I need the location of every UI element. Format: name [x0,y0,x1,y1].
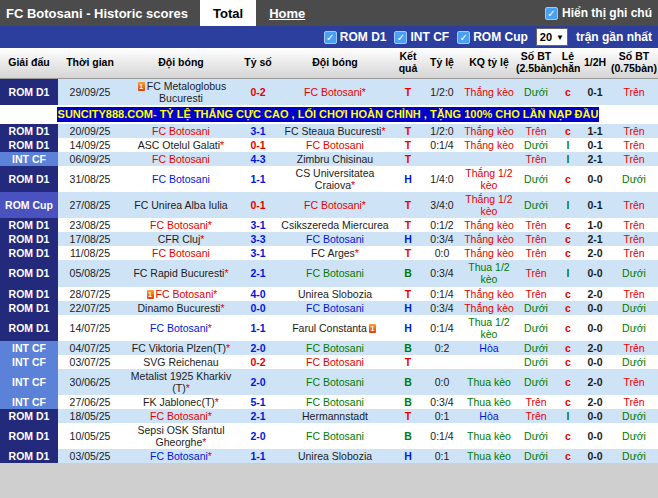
away-team[interactable]: Zimbru Chisinau [276,152,394,166]
home-team[interactable]: 1FC Metaloglobus Bucuresti [122,79,240,106]
tab-total[interactable]: Total [200,0,256,26]
away-team[interactable]: FC Botosani [276,138,394,152]
checkbox-checked-icon[interactable]: ✓ [457,31,470,44]
column-header: Kết quả [394,48,422,79]
team-name: Sepsi OSK Sfantul Gheorghe [138,424,225,448]
away-team[interactable]: FC Botosani [276,260,394,286]
team-name: FC Botosani [306,233,364,245]
home-team[interactable]: FC Botosani [122,152,240,166]
final-score: 0-0 [240,301,276,315]
league-badge[interactable]: ROM D1 [0,166,58,192]
away-team[interactable]: FC Arges* [276,246,394,260]
half-time-score: 2-1 [580,152,610,166]
league-badge[interactable]: ROM D1 [0,218,58,232]
filter-rom-d1[interactable]: ✓ROM D1 [324,30,387,44]
home-team[interactable]: SVG Reichenau [122,355,240,369]
league-badge[interactable]: ROM D1 [0,232,58,246]
league-badge[interactable]: ROM D1 [0,287,58,301]
home-team[interactable]: FC Unirea Alba Iulia [122,192,240,218]
league-badge[interactable]: ROM D1 [0,423,58,449]
away-team[interactable]: FC Botosani [276,341,394,355]
header-row: Giải đấuThời gianĐội bóngTỷ sốĐội bóngKế… [0,48,658,79]
half-time-score: 2-0 [580,369,610,395]
away-team[interactable]: Unirea Slobozia [276,449,394,463]
league-badge[interactable]: ROM D1 [0,449,58,463]
home-team[interactable]: FC Botosani* [122,409,240,423]
home-team[interactable]: Metalist 1925 Kharkiv (T)* [122,369,240,395]
league-badge[interactable]: INT CF [0,152,58,166]
team-name: FC Botosani [152,173,210,185]
team-name: FK Jablonec(T) [143,396,215,408]
league-badge[interactable]: INT CF [0,355,58,369]
league-badge[interactable]: INT CF [0,341,58,355]
handicap-result: Thua kèo [462,369,516,395]
half-time-score: 0-0 [580,409,610,423]
final-score: 0-1 [240,192,276,218]
over-under-2-5: Trên [516,395,556,409]
league-badge[interactable]: ROM D1 [0,315,58,341]
home-team[interactable]: FC Botosani* [122,449,240,463]
league-badge[interactable]: ROM D1 [0,79,58,106]
away-team[interactable]: CS Universitatea Craiova* [276,166,394,192]
handicap-odds: 0:1/4 [422,423,462,449]
away-team[interactable]: Unirea Slobozia [276,287,394,301]
promo-banner[interactable]: SUNCITY888.COM- TỶ LỆ THẮNG CỰC CAO , LỐ… [57,107,599,122]
home-team[interactable]: FC Botosani [122,246,240,260]
home-team[interactable]: FC Botosani [122,166,240,192]
away-team[interactable]: Hermannstadt [276,409,394,423]
league-badge[interactable]: ROM D1 [0,246,58,260]
away-team[interactable]: FC Botosani [276,395,394,409]
card-icon: 1 [147,290,154,299]
league-badge[interactable]: ROM D1 [0,138,58,152]
home-team[interactable]: FC Rapid Bucuresti* [122,260,240,286]
away-team[interactable]: FC Botosani [276,423,394,449]
handicap-odds: 0:1/4 [422,287,462,301]
home-team[interactable]: FC Botosani* [122,218,240,232]
home-team[interactable]: ASC Otelul Galati* [122,138,240,152]
tab-home[interactable]: Home [256,0,318,26]
away-team[interactable]: FC Botosani [276,232,394,246]
team-name: FC Botosani [150,322,208,334]
filter-int-cf[interactable]: ✓INT CF [394,30,449,44]
away-team[interactable]: Farul Constanta1 [276,315,394,341]
away-team[interactable]: Csikszereda Miercurea [276,218,394,232]
away-team[interactable]: FC Botosani [276,355,394,369]
home-team[interactable]: FC Botosani* [122,315,240,341]
checkbox-checked-icon[interactable]: ✓ [324,31,337,44]
result-letter: B [394,369,422,395]
result-letter: B [394,395,422,409]
checkbox-checked-icon[interactable]: ✓ [545,7,558,20]
home-team[interactable]: Dinamo Bucuresti* [122,301,240,315]
away-team[interactable]: FC Botosani [276,369,394,395]
home-team[interactable]: 1FC Botosani* [122,287,240,301]
final-score: 2-1 [240,260,276,286]
league-badge[interactable]: ROM D1 [0,124,58,138]
home-team[interactable]: FC Viktoria Plzen(T)* [122,341,240,355]
show-notes-toggle[interactable]: ✓ Hiển thị ghi chú [545,0,658,26]
handicap-odds [422,355,462,369]
home-team[interactable]: FC Botosani [122,124,240,138]
league-badge[interactable]: ROM D1 [0,260,58,286]
home-team[interactable]: FK Jablonec(T)* [122,395,240,409]
recent-count-select[interactable]: 20 ▼ [536,28,568,46]
league-badge[interactable]: INT CF [0,369,58,395]
league-badge[interactable]: ROM Cup [0,192,58,218]
home-team[interactable]: Sepsi OSK Sfantul Gheorghe* [122,423,240,449]
over-under-2-5: Dưới [516,449,556,463]
away-team[interactable]: FC Steaua Bucuresti* [276,124,394,138]
away-team[interactable]: FC Botosani* [276,79,394,106]
league-badge[interactable]: ROM D1 [0,409,58,423]
team-name: FC Viktoria Plzen(T) [132,342,226,354]
league-badge[interactable]: INT CF [0,395,58,409]
handicap-odds: 0:1/2 [422,218,462,232]
column-header: Đội bóng [122,48,240,79]
away-team[interactable]: FC Botosani* [276,192,394,218]
away-team[interactable]: FC Botosani [276,301,394,315]
handicap-result: Thua kèo [462,423,516,449]
result-letter: B [394,423,422,449]
favorite-star-icon: * [208,410,212,422]
home-team[interactable]: CFR Cluj* [122,232,240,246]
filter-rom-cup[interactable]: ✓ROM Cup [457,30,528,44]
league-badge[interactable]: ROM D1 [0,301,58,315]
checkbox-checked-icon[interactable]: ✓ [394,31,407,44]
